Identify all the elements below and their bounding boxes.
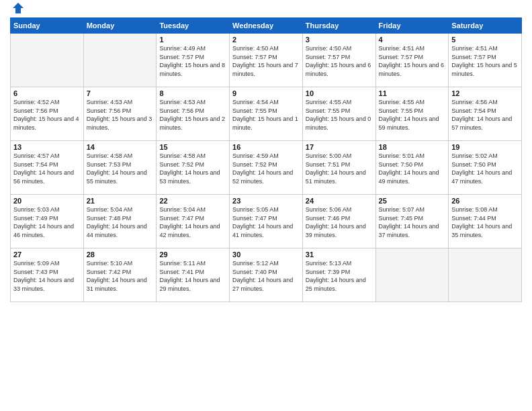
day-number: 15 [159,143,226,151]
day-info: Sunrise: 5:04 AM Sunset: 7:48 PM Dayligh… [87,205,154,239]
calendar-header-sunday: Sunday [11,18,84,34]
day-number: 18 [379,143,446,151]
calendar-cell: 21Sunrise: 5:04 AM Sunset: 7:48 PM Dayli… [83,195,157,248]
day-number: 26 [451,197,519,205]
calendar-cell: 5Sunrise: 4:51 AM Sunset: 7:57 PM Daylig… [449,34,522,87]
calendar-header-row: SundayMondayTuesdayWednesdayThursdayFrid… [11,18,522,34]
week-row-3: 13Sunrise: 4:57 AM Sunset: 7:54 PM Dayli… [11,141,522,195]
day-number: 14 [87,143,154,151]
day-number: 20 [13,197,81,205]
day-info: Sunrise: 5:01 AM Sunset: 7:50 PM Dayligh… [379,152,446,185]
day-info: Sunrise: 4:58 AM Sunset: 7:53 PM Dayligh… [87,152,154,185]
calendar-cell: 19Sunrise: 5:02 AM Sunset: 7:50 PM Dayli… [449,141,522,195]
day-number: 12 [451,89,519,97]
day-info: Sunrise: 4:53 AM Sunset: 7:56 PM Dayligh… [87,98,154,132]
calendar-cell: 31Sunrise: 5:13 AM Sunset: 7:39 PM Dayli… [302,248,375,302]
calendar-cell [449,248,522,302]
day-number: 8 [159,89,226,97]
day-info: Sunrise: 4:50 AM Sunset: 7:57 PM Dayligh… [232,44,300,78]
calendar-table: SundayMondayTuesdayWednesdayThursdayFrid… [10,17,522,302]
day-number: 30 [232,250,300,259]
day-info: Sunrise: 5:03 AM Sunset: 7:49 PM Dayligh… [13,205,81,239]
day-info: Sunrise: 4:56 AM Sunset: 7:54 PM Dayligh… [451,98,519,132]
day-number: 6 [13,89,81,97]
calendar-header-thursday: Thursday [302,18,375,34]
week-row-2: 6Sunrise: 4:52 AM Sunset: 7:56 PM Daylig… [11,87,522,141]
calendar-cell [375,248,449,302]
day-info: Sunrise: 5:04 AM Sunset: 7:47 PM Dayligh… [159,205,226,239]
day-info: Sunrise: 5:12 AM Sunset: 7:40 PM Dayligh… [232,259,300,293]
day-number: 7 [87,89,154,97]
day-info: Sunrise: 5:10 AM Sunset: 7:42 PM Dayligh… [87,259,154,293]
day-info: Sunrise: 5:06 AM Sunset: 7:46 PM Dayligh… [306,205,373,239]
calendar-header-tuesday: Tuesday [157,18,230,34]
day-number: 29 [159,250,226,259]
calendar-cell: 2Sunrise: 4:50 AM Sunset: 7:57 PM Daylig… [230,34,303,87]
day-number: 5 [451,36,519,44]
day-number: 23 [232,197,300,205]
calendar-header-wednesday: Wednesday [230,18,303,34]
calendar-cell: 4Sunrise: 4:51 AM Sunset: 7:57 PM Daylig… [375,34,449,87]
day-info: Sunrise: 5:02 AM Sunset: 7:50 PM Dayligh… [451,152,519,185]
day-number: 4 [379,36,446,44]
day-info: Sunrise: 4:59 AM Sunset: 7:52 PM Dayligh… [232,152,300,185]
week-row-5: 27Sunrise: 5:09 AM Sunset: 7:43 PM Dayli… [11,248,522,302]
day-number: 28 [87,250,154,259]
calendar-cell: 22Sunrise: 5:04 AM Sunset: 7:47 PM Dayli… [157,195,230,248]
day-info: Sunrise: 5:11 AM Sunset: 7:41 PM Dayligh… [159,259,226,293]
day-info: Sunrise: 4:58 AM Sunset: 7:52 PM Dayligh… [159,152,226,185]
calendar-cell: 20Sunrise: 5:03 AM Sunset: 7:49 PM Dayli… [11,195,84,248]
calendar-cell [11,34,84,87]
day-info: Sunrise: 5:13 AM Sunset: 7:39 PM Dayligh… [306,259,373,293]
day-number: 31 [306,250,373,259]
day-info: Sunrise: 4:54 AM Sunset: 7:55 PM Dayligh… [232,98,300,132]
day-number: 16 [232,143,300,151]
day-number: 19 [451,143,519,151]
calendar-cell: 23Sunrise: 5:05 AM Sunset: 7:47 PM Dayli… [230,195,303,248]
week-row-1: 1Sunrise: 4:49 AM Sunset: 7:57 PM Daylig… [11,34,522,87]
calendar-cell: 27Sunrise: 5:09 AM Sunset: 7:43 PM Dayli… [11,248,84,302]
calendar-cell: 6Sunrise: 4:52 AM Sunset: 7:56 PM Daylig… [11,87,84,141]
calendar-cell: 16Sunrise: 4:59 AM Sunset: 7:52 PM Dayli… [230,141,303,195]
day-info: Sunrise: 5:00 AM Sunset: 7:51 PM Dayligh… [306,152,373,185]
calendar-cell: 25Sunrise: 5:07 AM Sunset: 7:45 PM Dayli… [375,195,449,248]
day-info: Sunrise: 5:08 AM Sunset: 7:44 PM Dayligh… [451,205,519,239]
day-number: 21 [87,197,154,205]
day-info: Sunrise: 4:55 AM Sunset: 7:55 PM Dayligh… [379,98,446,132]
calendar-cell: 8Sunrise: 4:53 AM Sunset: 7:56 PM Daylig… [157,87,230,141]
day-info: Sunrise: 4:55 AM Sunset: 7:55 PM Dayligh… [306,98,373,132]
calendar-cell: 9Sunrise: 4:54 AM Sunset: 7:55 PM Daylig… [230,87,303,141]
calendar-header-monday: Monday [83,18,157,34]
calendar-cell: 15Sunrise: 4:58 AM Sunset: 7:52 PM Dayli… [157,141,230,195]
calendar-cell: 30Sunrise: 5:12 AM Sunset: 7:40 PM Dayli… [230,248,303,302]
day-info: Sunrise: 4:52 AM Sunset: 7:56 PM Dayligh… [13,98,81,132]
calendar-cell: 1Sunrise: 4:49 AM Sunset: 7:57 PM Daylig… [157,34,230,87]
logo-icon [11,1,25,15]
day-number: 2 [232,36,300,44]
calendar-cell: 28Sunrise: 5:10 AM Sunset: 7:42 PM Dayli… [83,248,157,302]
calendar-cell: 11Sunrise: 4:55 AM Sunset: 7:55 PM Dayli… [375,87,449,141]
day-info: Sunrise: 4:57 AM Sunset: 7:54 PM Dayligh… [13,152,81,185]
calendar-cell: 13Sunrise: 4:57 AM Sunset: 7:54 PM Dayli… [11,141,84,195]
calendar-header-saturday: Saturday [449,18,522,34]
calendar-cell: 7Sunrise: 4:53 AM Sunset: 7:56 PM Daylig… [83,87,157,141]
logo [10,9,25,12]
calendar-cell: 29Sunrise: 5:11 AM Sunset: 7:41 PM Dayli… [157,248,230,302]
calendar-cell: 14Sunrise: 4:58 AM Sunset: 7:53 PM Dayli… [83,141,157,195]
calendar-cell: 17Sunrise: 5:00 AM Sunset: 7:51 PM Dayli… [302,141,375,195]
calendar-cell: 24Sunrise: 5:06 AM Sunset: 7:46 PM Dayli… [302,195,375,248]
day-info: Sunrise: 5:07 AM Sunset: 7:45 PM Dayligh… [379,205,446,239]
day-number: 22 [159,197,226,205]
calendar-cell: 26Sunrise: 5:08 AM Sunset: 7:44 PM Dayli… [449,195,522,248]
day-info: Sunrise: 4:53 AM Sunset: 7:56 PM Dayligh… [159,98,226,132]
day-info: Sunrise: 4:49 AM Sunset: 7:57 PM Dayligh… [159,44,226,78]
day-number: 17 [306,143,373,151]
calendar-cell: 10Sunrise: 4:55 AM Sunset: 7:55 PM Dayli… [302,87,375,141]
day-number: 27 [13,250,81,259]
day-info: Sunrise: 5:09 AM Sunset: 7:43 PM Dayligh… [13,259,81,293]
day-number: 10 [306,89,373,97]
day-number: 24 [306,197,373,205]
day-info: Sunrise: 4:50 AM Sunset: 7:57 PM Dayligh… [306,44,373,78]
calendar-cell: 12Sunrise: 4:56 AM Sunset: 7:54 PM Dayli… [449,87,522,141]
page-container: SundayMondayTuesdayWednesdayThursdayFrid… [0,0,532,306]
